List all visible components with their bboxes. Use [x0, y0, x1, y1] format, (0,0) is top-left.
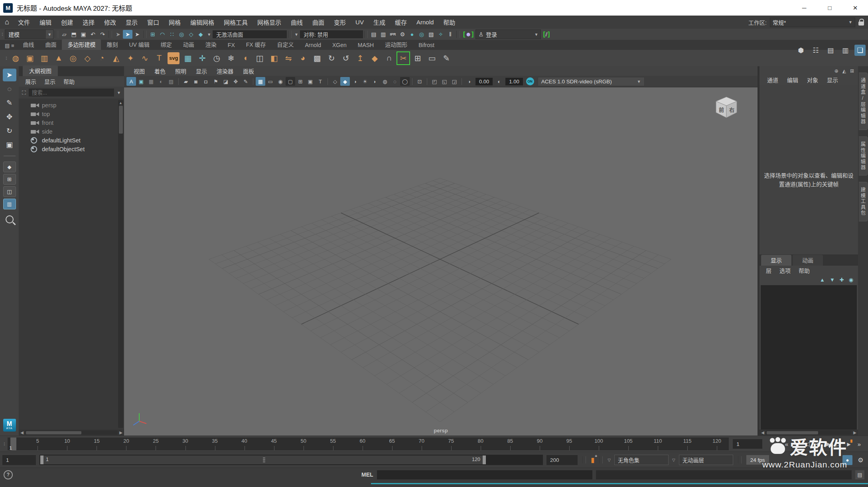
shelf-tab-fx-caching[interactable]: FX 缓存 — [241, 39, 272, 50]
smooth-icon[interactable]: ◕ — [296, 51, 310, 65]
scroll-right-icon[interactable]: ▶ — [852, 430, 858, 435]
pause-viewport-icon[interactable]: ‖ — [446, 30, 455, 39]
panel-menu-lighting[interactable]: 照明 — [170, 67, 191, 75]
shelf-tab-uv-editing[interactable]: UV 编辑 — [123, 39, 155, 50]
layer-list[interactable] — [761, 285, 857, 430]
safe-title-icon[interactable]: T — [316, 77, 325, 86]
render-settings-icon[interactable]: ⚙ — [398, 30, 407, 39]
grid-display-icon[interactable]: ▦ — [256, 77, 265, 86]
separator[interactable] — [364, 31, 368, 38]
shelf-tab-curves[interactable]: 曲线 — [17, 39, 39, 50]
range-grip[interactable] — [263, 457, 265, 463]
shelf-tab-arnold[interactable]: Arnold — [300, 41, 327, 50]
poly-torus-icon[interactable]: ◎ — [66, 51, 80, 65]
channel-menu-edit[interactable]: 编辑 — [783, 76, 803, 84]
zero-transform-icon[interactable]: ❄ — [224, 51, 238, 65]
snap-to-curve-icon[interactable]: ◠ — [158, 30, 167, 39]
textured-icon[interactable]: ◑ — [350, 77, 360, 86]
grease-pencil-icon[interactable]: ✎ — [241, 77, 251, 86]
snap-to-grid-icon[interactable]: ⊞ — [148, 30, 158, 39]
lookdev-icon[interactable]: ◎ — [417, 30, 426, 39]
channel-menu-show[interactable]: 显示 — [823, 76, 842, 84]
menu-file[interactable]: 文件 — [13, 18, 35, 26]
new-scene-icon[interactable]: ▱ — [59, 30, 69, 39]
type-tool-icon[interactable]: T — [152, 51, 166, 65]
lock-icon[interactable] — [858, 22, 864, 26]
two-d-pan-zoom-icon[interactable]: ✥ — [231, 77, 241, 86]
channel-display-icon[interactable]: ⊕ — [834, 68, 838, 74]
layer-menu-help[interactable]: 帮助 — [795, 266, 814, 274]
scroll-right-icon[interactable]: ▶ — [118, 430, 124, 435]
single-pane-layout-button[interactable]: ◆ — [3, 162, 16, 172]
playback-range[interactable]: 1 120 — [40, 455, 486, 464]
bookmark-view-icon[interactable]: ⚑ — [211, 77, 221, 86]
image-plane-icon[interactable]: ◪ — [221, 77, 231, 86]
construction-axis-icon[interactable]: ✛ — [195, 51, 209, 65]
magnifier-icon[interactable] — [6, 215, 14, 223]
select-tool[interactable]: ➤ — [3, 69, 16, 81]
scrollbar-thumb[interactable] — [119, 106, 123, 134]
new-empty-layer-icon[interactable]: ✚ — [840, 277, 844, 283]
select-camera-icon[interactable]: ▰ — [181, 77, 191, 86]
shelf-tab-surfaces[interactable]: 曲面 — [39, 39, 62, 50]
shelf-menu-icon[interactable]: ▤ ≡ — [5, 43, 14, 49]
reset-transform-icon[interactable]: ◷ — [210, 51, 223, 65]
command-output[interactable] — [596, 470, 852, 479]
menu-generate[interactable]: 生成 — [369, 18, 390, 26]
layer-menu-layers[interactable]: 层 — [762, 266, 775, 274]
gamma-icon[interactable]: ◐ — [494, 77, 504, 86]
gate-mask-icon[interactable]: ▢ — [286, 77, 295, 86]
character-set-selector[interactable]: 无角色集 — [614, 455, 669, 465]
poly-sphere-icon[interactable]: ◍ — [9, 51, 22, 65]
helix-icon[interactable]: ∿ — [138, 51, 152, 65]
drag-handle[interactable]: ⁞⁞ — [4, 56, 8, 60]
use-all-lights-icon[interactable]: ☀ — [360, 77, 370, 86]
save-scene-icon[interactable]: ▣ — [79, 30, 88, 39]
menu-help[interactable]: 帮助 — [438, 18, 460, 26]
layer-move-up-icon[interactable]: ▲ — [820, 277, 825, 283]
sign-in-dropdown[interactable]: ♙ 登录 ▼ — [475, 30, 541, 39]
range-slider[interactable]: 1 120 — [39, 455, 543, 465]
chevron-down-icon[interactable]: ▼ — [117, 91, 121, 95]
menu-create[interactable]: 创建 — [56, 18, 78, 26]
field-chart-icon[interactable]: ⊞ — [296, 77, 305, 86]
redo-icon[interactable]: ↷ — [98, 30, 107, 39]
super-shape-icon[interactable]: ✦ — [124, 51, 137, 65]
resolution-gate-icon[interactable]: ◉ — [276, 77, 285, 86]
go-to-start-button[interactable]: « — [781, 439, 792, 449]
textured-view-icon[interactable]: ▨ — [166, 77, 176, 86]
workspace-panels-icon[interactable]: ⬢ — [795, 45, 807, 56]
scroll-up-icon[interactable]: ▲ — [118, 100, 123, 106]
layer-tab-anim[interactable]: 动画 — [793, 255, 823, 266]
minimize-button[interactable]: ─ — [791, 0, 817, 16]
snap-to-view-plane-icon[interactable]: ◇ — [186, 30, 196, 39]
shelf-tab-rigging[interactable]: 绑定 — [155, 39, 178, 50]
sidebar-tab-attribute-editor[interactable]: 属性编辑器 — [859, 136, 868, 176]
shelf-tab-fx[interactable]: FX — [222, 41, 241, 50]
bridge-icon[interactable]: ∩ — [382, 51, 396, 65]
outliner-item-persp[interactable]: persp — [19, 101, 124, 110]
poly-cube-icon[interactable]: ▣ — [23, 51, 37, 65]
svg-tool-icon[interactable]: svg — [168, 52, 180, 64]
menu-edit[interactable]: 编辑 — [35, 18, 56, 26]
view-cube[interactable]: 前 右 — [710, 94, 742, 126]
mirror-icon[interactable]: ⇋ — [282, 51, 295, 65]
frame-all-icon[interactable]: ▦ — [146, 77, 156, 86]
channel-speed-icon[interactable]: ◭ — [842, 68, 846, 74]
menu-curves[interactable]: 曲线 — [286, 18, 308, 26]
poly-disc-icon[interactable]: ◔ — [95, 51, 108, 65]
menu-mesh[interactable]: 网格 — [164, 18, 185, 26]
sep-4[interactable] — [412, 78, 412, 85]
rotate-ccw-icon[interactable]: ↺ — [339, 51, 353, 65]
outliner-menu-help[interactable]: 帮助 — [59, 77, 79, 85]
drag-handle[interactable]: ⁞⁞ — [0, 32, 4, 36]
pane-layout-single-icon[interactable]: ◰ — [430, 77, 439, 86]
panel-menu-renderer[interactable]: 渲染器 — [212, 67, 238, 75]
help-icon[interactable]: ? — [4, 470, 13, 479]
render-setup-icon[interactable]: ▧ — [426, 30, 436, 39]
undo-icon[interactable]: ↶ — [88, 30, 98, 39]
menu-edit-mesh[interactable]: 编辑网格 — [185, 18, 219, 26]
step-back-key-button[interactable]: ◄ — [792, 439, 802, 449]
ipr-render-icon[interactable]: IPR — [388, 30, 398, 39]
symmetry-field[interactable]: 对称: 禁用 — [300, 30, 363, 38]
